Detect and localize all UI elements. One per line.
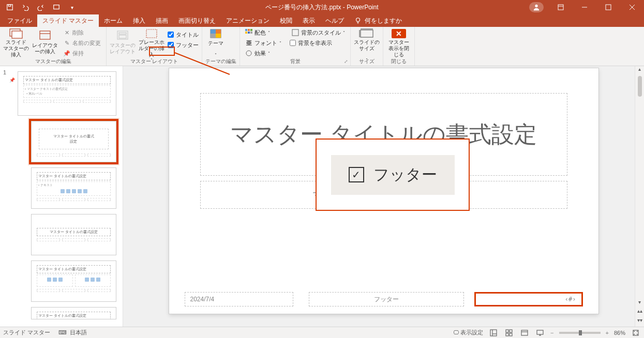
- group-label-close: 閉じる: [386, 58, 411, 66]
- svg-rect-29: [245, 32, 247, 34]
- svg-rect-15: [40, 31, 50, 39]
- editor-vertical-scrollbar[interactable]: ▴ ▾ ▴▴ ▾▾: [635, 66, 644, 327]
- status-language[interactable]: ⌨ 日本語: [58, 329, 87, 336]
- insert-slide-master-button[interactable]: スライド マスターの挿入: [3, 28, 29, 58]
- fonts-icon: 亜: [245, 39, 252, 47]
- tell-me-search[interactable]: 何をしますか: [349, 14, 407, 27]
- effects-button[interactable]: 効果 ˅: [243, 49, 283, 58]
- redo-icon[interactable]: [34, 1, 48, 14]
- slide-editor[interactable]: マスター タイトルの書式設定 マスター サブタイトルの書式設定 2024/7/4…: [123, 66, 644, 327]
- title-checkbox[interactable]: タイトル: [168, 30, 199, 39]
- account-icon[interactable]: [529, 2, 544, 12]
- ribbon-tabs: ファイル スライド マスター ホーム 挿入 描画 画面切り替え アニメーション …: [0, 14, 644, 27]
- rename-icon: ✎: [63, 39, 70, 47]
- group-background: 配色 ˅ 亜フォント ˅ 効果 ˅ 背景のスタイル ˅ 背景を非表示 背景 ⤢: [240, 27, 351, 66]
- svg-rect-45: [521, 330, 528, 335]
- insert-layout-button[interactable]: レイアウターの挿入: [32, 28, 58, 58]
- svg-rect-47: [537, 330, 543, 334]
- svg-rect-43: [506, 333, 508, 336]
- tab-file[interactable]: ファイル: [2, 14, 37, 27]
- svg-rect-4: [558, 5, 563, 10]
- svg-rect-7: [606, 5, 611, 10]
- master-index: 1: [3, 69, 6, 75]
- delete-layout-button[interactable]: ✕削除: [61, 28, 103, 37]
- colors-button[interactable]: 配色 ˅: [243, 28, 283, 37]
- normal-view-icon[interactable]: [488, 329, 499, 337]
- slide-size-icon: [358, 28, 375, 39]
- reading-view-icon[interactable]: [519, 329, 530, 337]
- svg-rect-31: [250, 32, 252, 34]
- zoom-slider[interactable]: [559, 332, 601, 334]
- ribbon-display-options-icon[interactable]: [549, 0, 573, 14]
- tab-slide-master[interactable]: スライド マスター: [37, 14, 99, 27]
- thumbnail-layout-section-header[interactable]: マスター タイトルの書式設定: [31, 214, 116, 255]
- svg-rect-28: [250, 29, 252, 31]
- slide-size-button[interactable]: スライドのサイズ˅: [354, 28, 380, 58]
- hide-background-checkbox[interactable]: 背景を非表示: [290, 38, 347, 48]
- background-launcher-icon[interactable]: ⤢: [343, 58, 349, 65]
- tab-animations[interactable]: アニメーション: [221, 14, 275, 27]
- minimize-button[interactable]: [573, 0, 596, 14]
- thumbnail-layout-two-content[interactable]: マスター タイトルの書式設定: [31, 260, 116, 302]
- tab-view[interactable]: 表示: [297, 14, 320, 27]
- zoom-plus[interactable]: +: [606, 330, 609, 336]
- rename-button[interactable]: ✎名前の変更: [61, 38, 103, 48]
- insert-placeholder-button[interactable]: プレースホルダーの挿入 ˅: [139, 28, 164, 58]
- qat-overflow-icon[interactable]: ▾: [65, 1, 79, 14]
- zoom-percent[interactable]: 86%: [614, 330, 625, 336]
- close-master-view-button[interactable]: ✕ マスター表示を閉じる: [386, 28, 411, 58]
- svg-rect-33: [292, 29, 298, 36]
- tab-draw[interactable]: 描画: [151, 14, 173, 27]
- footer-checkbox[interactable]: フッター: [168, 40, 199, 50]
- start-from-beginning-icon[interactable]: [50, 1, 63, 14]
- bg-styles-icon: [292, 29, 299, 36]
- svg-rect-42: [510, 330, 512, 332]
- group-close: ✕ マスター表示を閉じる 閉じる: [383, 27, 415, 66]
- svg-rect-25: [216, 34, 221, 38]
- scroll-down-icon[interactable]: ▾: [638, 299, 641, 305]
- fonts-button[interactable]: 亜フォント ˅: [243, 38, 283, 48]
- fit-to-window-icon[interactable]: [631, 329, 641, 337]
- preserve-button[interactable]: 📌保持: [61, 49, 103, 58]
- thumbnail-pane[interactable]: 1 📌 マスター タイトルの書式設定 • マスター テキストの書式設定 • 第2…: [0, 66, 123, 327]
- slide-number-placeholder[interactable]: ‹#›: [474, 292, 583, 306]
- thumbnail-layout-comparison[interactable]: マスター タイトルの書式設定: [31, 307, 116, 319]
- app-name: PowerPoint: [347, 4, 378, 11]
- display-settings-button[interactable]: 🖵 表示設定: [453, 329, 483, 336]
- slide-sorter-icon[interactable]: [504, 329, 514, 337]
- scroll-up-icon[interactable]: ▴: [638, 66, 641, 72]
- tab-help[interactable]: ヘルプ: [320, 14, 349, 27]
- prev-slide-icon[interactable]: ▴▴: [636, 307, 643, 314]
- slideshow-icon[interactable]: [535, 329, 545, 337]
- thumbnail-layout-title-slide[interactable]: マスター タイトルの書式 設定: [31, 121, 116, 162]
- background-styles-button[interactable]: 背景のスタイル ˅: [290, 28, 347, 37]
- svg-rect-38: [490, 330, 497, 336]
- group-edit-master: スライド マスターの挿入 レイアウターの挿入 ✕削除 ✎名前の変更 📌保持 マス…: [0, 27, 107, 66]
- next-slide-icon[interactable]: ▾▾: [636, 316, 643, 324]
- tab-insert[interactable]: 挿入: [128, 14, 151, 27]
- close-button[interactable]: [620, 0, 644, 14]
- svg-rect-30: [248, 32, 250, 34]
- group-label-size: サイズ: [354, 58, 380, 66]
- tab-transitions[interactable]: 画面切り替え: [173, 14, 221, 27]
- colors-icon: [245, 29, 252, 36]
- save-icon[interactable]: [3, 1, 17, 14]
- annotation-footer-zoom: ✓ フッター: [316, 139, 470, 211]
- thumbnail-master[interactable]: マスター タイトルの書式設定 • マスター テキストの書式設定 • 第2レベル: [18, 71, 116, 116]
- delete-icon: ✕: [63, 29, 70, 36]
- thumbnail-layout-title-content[interactable]: マスター タイトルの書式設定 • テキスト: [31, 167, 116, 209]
- svg-point-3: [535, 5, 537, 7]
- tab-review[interactable]: 校閲: [275, 14, 297, 27]
- footer-placeholder[interactable]: フッター: [309, 292, 464, 306]
- svg-rect-2: [54, 5, 59, 9]
- undo-icon[interactable]: [19, 1, 32, 14]
- preserve-icon: 📌: [63, 50, 70, 57]
- date-placeholder[interactable]: 2024/7/4: [185, 292, 293, 306]
- master-layout-icon: [114, 28, 131, 42]
- group-size: スライドのサイズ˅ サイズ: [351, 27, 383, 66]
- tab-home[interactable]: ホーム: [99, 14, 128, 27]
- svg-line-37: [175, 53, 230, 74]
- effects-icon: [245, 50, 252, 57]
- maximize-button[interactable]: [596, 0, 620, 14]
- svg-rect-44: [510, 333, 512, 336]
